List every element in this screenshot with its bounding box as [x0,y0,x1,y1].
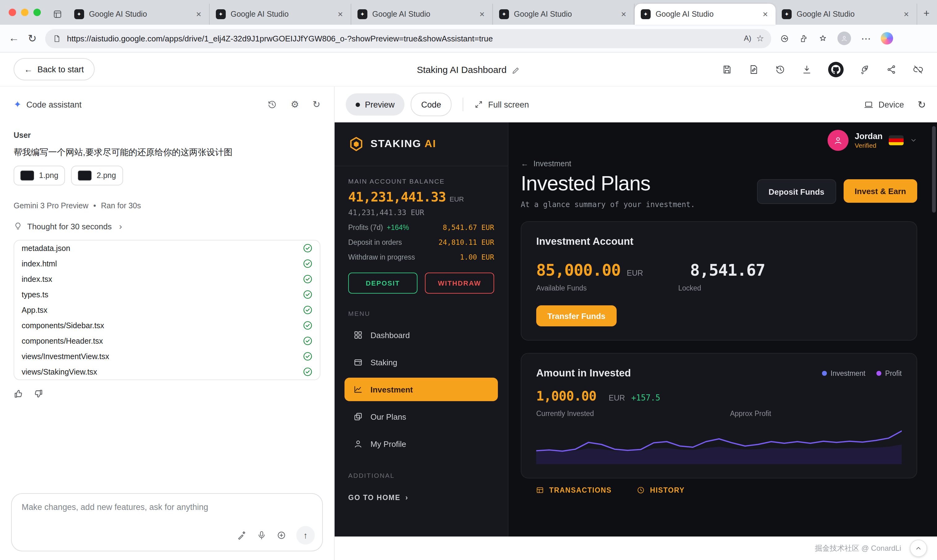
check-circle-icon [303,337,312,346]
chevron-down-icon[interactable] [910,137,917,144]
send-button[interactable]: ↑ [296,526,315,545]
profile-avatar[interactable] [838,32,851,45]
menu-item-my-profile[interactable]: My Profile [345,432,498,455]
history-icon[interactable] [775,64,786,74]
url-field[interactable]: A) ☆ [45,29,772,48]
favorite-star-icon[interactable]: ☆ [756,33,764,43]
unlink-icon[interactable] [913,64,923,74]
device-icon [865,100,874,109]
user-label: User [14,131,321,140]
transactions-tab[interactable]: TRANSACTIONS [536,486,612,494]
extensions-icon[interactable] [799,34,809,43]
menu-item-staking[interactable]: Staking [345,351,498,374]
browser-essentials-icon[interactable] [780,34,789,43]
back-to-start-button[interactable]: ← Back to start [14,58,94,80]
file-row[interactable]: components/Sidebar.tsx [14,318,320,334]
dash-page-subtitle: At a glance summary of your investment. [521,200,695,209]
preview-scrollbar[interactable] [932,126,936,212]
file-row[interactable]: components/Header.tsx [14,334,320,349]
dash-main: Jordan Verified ← [509,122,937,537]
tab-close-icon[interactable]: ✕ [194,9,203,20]
share-icon[interactable] [886,64,897,74]
menu-item-dashboard[interactable]: Dashboard [345,323,498,347]
tab-search-icon[interactable] [52,9,63,20]
prompt-input[interactable] [12,494,322,526]
browser-tab[interactable]: ✦ Google AI Studio ✕ [493,4,635,25]
wand-icon[interactable] [237,530,247,540]
browser-tab[interactable]: ✦ Google AI Studio ✕ [775,4,917,25]
file-row[interactable]: index.html [14,256,320,272]
url-input[interactable] [66,33,739,43]
close-window-button[interactable] [9,9,16,16]
copilot-icon[interactable] [881,32,894,45]
tab-title: Google AI Studio [89,10,190,18]
attachment-chip[interactable]: 1.png [14,166,65,186]
breadcrumb[interactable]: ← Investment [521,160,695,168]
scroll-top-button[interactable] [910,540,927,557]
check-circle-icon [303,368,312,377]
feedback-row [14,389,321,399]
tab-close-icon[interactable]: ✕ [336,9,344,20]
browser-tab-active[interactable]: ✦ Google AI Studio ✕ [635,4,775,25]
browser-tab[interactable]: ✦ Google AI Studio ✕ [351,4,493,25]
mic-icon[interactable] [257,530,267,540]
file-row[interactable]: views/InvestmentView.tsx [14,349,320,365]
go-home-link[interactable]: GO TO HOME › [334,485,508,510]
new-tab-button[interactable]: + [917,8,937,25]
code-assistant-panel: ✦ Code assistant ⚙ ↻ User 帮我编写一个网站,要求尽可能… [0,86,334,560]
add-icon[interactable] [276,530,287,540]
transfer-funds-button[interactable]: Transfer Funds [536,305,616,326]
invest-earn-button[interactable]: Invest & Earn [844,179,917,203]
full-screen-button[interactable]: Full screen [475,100,529,109]
maximize-window-button[interactable] [33,9,41,16]
deposit-funds-button[interactable]: Deposit Funds [757,179,836,204]
history-tab[interactable]: HISTORY [636,486,685,494]
file-row[interactable]: views/StakingView.tsx [14,365,320,380]
tab-code[interactable]: Code [411,93,452,116]
settings-gear-icon[interactable]: ⚙ [291,99,299,110]
browser-tab[interactable]: ✦ Google AI Studio ✕ [68,4,210,25]
browser-tab[interactable]: ✦ Google AI Studio ✕ [210,4,351,25]
favorites-bar-icon[interactable] [818,34,828,43]
read-aloud-icon[interactable]: A) [744,34,751,43]
download-icon[interactable] [801,64,812,74]
chat-history-icon[interactable] [267,99,277,110]
user-message: 帮我编写一个网站,要求尽可能的还原给你的这两张设计图 [14,146,321,158]
site-info-icon[interactable] [53,34,61,42]
github-icon[interactable] [828,62,844,77]
back-icon[interactable]: ← [9,32,19,45]
withdraw-button[interactable]: WITHDRAW [425,272,494,294]
menu-item-investment[interactable]: Investment [345,378,498,401]
thumbs-down-icon[interactable] [33,389,43,399]
file-row[interactable]: metadata.json [14,241,320,256]
tab-close-icon[interactable]: ✕ [620,9,627,20]
user-chip[interactable]: Jordan Verified [521,122,917,158]
run-duration: Ran for 30s [101,202,141,211]
file-row[interactable]: index.tsx [14,272,320,287]
file-name: views/StakingView.tsx [22,368,97,377]
thumbs-up-icon[interactable] [14,389,23,399]
reset-icon[interactable]: ↻ [313,99,321,110]
aistudio-favicon-icon: ✦ [358,9,367,19]
more-menu-icon[interactable]: ⋯ [861,32,871,44]
tab-close-icon[interactable]: ✕ [478,9,486,20]
tab-close-icon[interactable]: ✕ [761,9,769,20]
deposit-button[interactable]: DEPOSIT [348,272,418,294]
save-icon[interactable] [722,64,732,74]
tab-close-icon[interactable]: ✕ [902,9,911,20]
tab-preview[interactable]: Preview [346,93,404,115]
edit-app-icon[interactable] [748,64,759,74]
menu-item-our-plans[interactable]: Our Plans [345,405,498,428]
refresh-icon[interactable]: ↻ [28,32,37,45]
reload-preview-icon[interactable]: ↻ [917,98,926,110]
rename-pencil-icon[interactable] [512,66,520,74]
thought-row[interactable]: Thought for 30 seconds › [14,222,321,231]
device-button[interactable]: Device [865,100,904,109]
deploy-rocket-icon[interactable] [860,64,870,74]
prompt-composer[interactable]: ↑ [11,493,323,551]
attachment-chip[interactable]: 2.png [71,166,123,186]
page-head: ← Investment Invested Plans At a glance … [521,160,917,209]
file-row[interactable]: types.ts [14,287,320,303]
file-row[interactable]: App.tsx [14,303,320,318]
minimize-window-button[interactable] [21,9,28,16]
